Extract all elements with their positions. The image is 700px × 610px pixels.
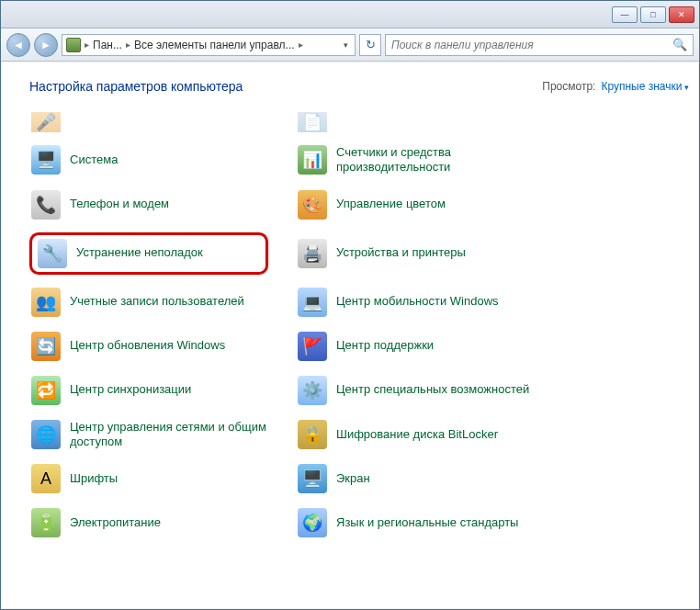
item-label: Центр синхронизации bbox=[70, 382, 191, 397]
item-label: Шифрование диска BitLocker bbox=[336, 427, 498, 442]
devices-icon: 🖨️ bbox=[298, 239, 327, 268]
item-label: Экран bbox=[336, 471, 370, 486]
item-power-options[interactable]: 🔋 Электропитание bbox=[29, 506, 268, 539]
item-fonts[interactable]: A Шрифты bbox=[29, 462, 268, 495]
item-user-accounts[interactable]: 👥 Учетные записи пользователей bbox=[29, 286, 268, 319]
search-input[interactable] bbox=[391, 39, 672, 51]
item-phone-modem[interactable]: 📞 Телефон и модем bbox=[29, 188, 268, 221]
item-bitlocker[interactable]: 🔒 Шифрование диска BitLocker bbox=[296, 418, 535, 452]
item-label: Управление цветом bbox=[336, 197, 446, 211]
access-icon: ⚙️ bbox=[298, 376, 327, 405]
item-mobility-center[interactable]: 💻 Центр мобильности Windows bbox=[296, 286, 535, 319]
control-panel-window: — □ ✕ ◄ ► ▸ Пан... ▸ Все элементы панели… bbox=[0, 0, 700, 610]
heading-row: Настройка параметров компьютера Просмотр… bbox=[29, 79, 689, 94]
item-sync-center[interactable]: 🔁 Центр синхронизации bbox=[29, 374, 268, 407]
display-icon: 🖥️ bbox=[298, 464, 327, 493]
item-label: Учетные записи пользователей bbox=[70, 294, 244, 309]
users-icon: 👥 bbox=[31, 288, 61, 317]
content-scroll[interactable]: Настройка параметров компьютера Просмотр… bbox=[2, 62, 698, 608]
item-system[interactable]: 🖥️ Система bbox=[29, 143, 268, 177]
view-dropdown[interactable]: Крупные значки bbox=[601, 80, 689, 93]
network-icon: 🌐 bbox=[31, 420, 61, 449]
item-speech-partial[interactable]: 🎤 bbox=[29, 112, 268, 132]
address-bar[interactable]: ▸ Пан... ▸ Все элементы панели управл...… bbox=[62, 34, 356, 56]
item-action-center[interactable]: 🚩 Центр поддержки bbox=[296, 330, 535, 363]
troubleshoot-icon: 🔧 bbox=[38, 239, 67, 268]
item-ease-of-access[interactable]: ⚙️ Центр специальных возможностей bbox=[296, 374, 535, 407]
item-windows-update[interactable]: 🔄 Центр обновления Windows bbox=[29, 330, 268, 363]
breadcrumb-2[interactable]: Все элементы панели управл... bbox=[134, 39, 295, 51]
item-label: Центр управления сетями и общим доступом bbox=[70, 420, 266, 450]
lock-icon: 🔒 bbox=[298, 420, 327, 449]
maximize-button[interactable]: □ bbox=[640, 6, 666, 23]
navbar: ◄ ► ▸ Пан... ▸ Все элементы панели управ… bbox=[1, 28, 699, 62]
item-network-sharing[interactable]: 🌐 Центр управления сетями и общим доступ… bbox=[29, 418, 268, 452]
item-label: Счетчики и средства производительности bbox=[336, 145, 533, 175]
refresh-button[interactable]: ↻ bbox=[359, 34, 381, 56]
close-button[interactable]: ✕ bbox=[669, 6, 694, 23]
item-performance[interactable]: 📊 Счетчики и средства производительности bbox=[296, 143, 535, 177]
generic-icon: 📄 bbox=[298, 112, 327, 132]
content-area: Настройка параметров компьютера Просмотр… bbox=[2, 62, 698, 608]
item-label: Центр мобильности Windows bbox=[336, 294, 499, 309]
breadcrumb-sep: ▸ bbox=[299, 40, 303, 50]
titlebar: — □ ✕ bbox=[1, 1, 699, 28]
page-heading: Настройка параметров компьютера bbox=[29, 79, 542, 94]
item-display[interactable]: 🖥️ Экран bbox=[296, 462, 535, 495]
globe-icon: 🌍 bbox=[298, 508, 327, 537]
item-color-management[interactable]: 🎨 Управление цветом bbox=[296, 188, 535, 221]
item-grid: 🎤 📄 🖥️ Система 📊 Счетчики и средства про… bbox=[29, 112, 689, 539]
item-label: Центр поддержки bbox=[336, 338, 434, 353]
item-label: Центр специальных возможностей bbox=[336, 382, 529, 397]
phone-icon: 📞 bbox=[31, 190, 61, 220]
search-icon[interactable]: 🔍 bbox=[672, 38, 687, 51]
performance-icon: 📊 bbox=[298, 145, 327, 175]
system-icon: 🖥️ bbox=[31, 145, 61, 175]
control-panel-icon bbox=[66, 38, 81, 52]
back-button[interactable]: ◄ bbox=[6, 33, 30, 57]
view-label: Просмотр: bbox=[542, 80, 595, 93]
speech-icon: 🎤 bbox=[31, 112, 61, 132]
item-label: Язык и региональные стандарты bbox=[336, 515, 518, 530]
breadcrumb-1[interactable]: Пан... bbox=[93, 39, 122, 51]
item-label: Телефон и модем bbox=[70, 197, 169, 211]
item-label: Шрифты bbox=[70, 471, 118, 486]
item-region-language[interactable]: 🌍 Язык и региональные стандарты bbox=[296, 506, 535, 539]
item-label: Устройства и принтеры bbox=[336, 245, 466, 260]
item-devices-printers[interactable]: 🖨️ Устройства и принтеры bbox=[296, 232, 535, 275]
mobility-icon: 💻 bbox=[298, 288, 327, 317]
item-label: Электропитание bbox=[70, 515, 161, 530]
flag-icon: 🚩 bbox=[298, 332, 327, 361]
item-label: Система bbox=[70, 152, 118, 167]
color-icon: 🎨 bbox=[298, 190, 327, 220]
minimize-button[interactable]: — bbox=[612, 6, 638, 23]
sync-icon: 🔁 bbox=[31, 376, 61, 405]
search-box[interactable]: 🔍 bbox=[385, 34, 694, 56]
breadcrumb-sep: ▸ bbox=[126, 40, 130, 50]
update-icon: 🔄 bbox=[31, 332, 61, 361]
breadcrumb-sep: ▸ bbox=[85, 40, 89, 50]
item-label: Устранение неполадок bbox=[76, 245, 203, 260]
item-label: Центр обновления Windows bbox=[70, 338, 225, 353]
fonts-icon: A bbox=[31, 464, 61, 493]
address-dropdown-icon[interactable]: ▾ bbox=[341, 40, 351, 50]
item-troubleshooting[interactable]: 🔧 Устранение неполадок bbox=[29, 232, 268, 275]
power-icon: 🔋 bbox=[31, 508, 61, 537]
item-partial[interactable]: 📄 bbox=[296, 112, 535, 132]
forward-button[interactable]: ► bbox=[34, 33, 58, 57]
